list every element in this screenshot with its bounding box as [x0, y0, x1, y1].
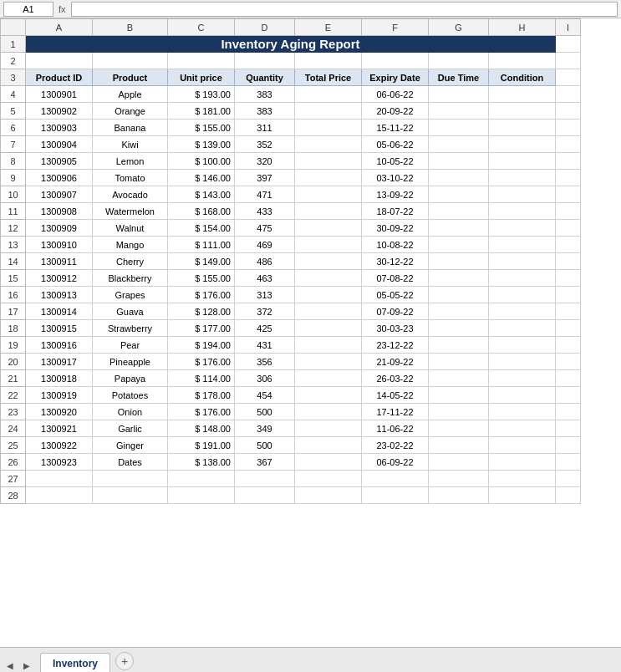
cell-total-price-24[interactable] [295, 420, 362, 437]
cell-unit-price-22[interactable]: $ 178.00 [168, 387, 235, 404]
cell-quantity-23[interactable]: 500 [235, 404, 295, 420]
cell-product-id-21[interactable]: 1300918 [26, 370, 93, 387]
cell-product-id-10[interactable]: 1300907 [26, 186, 93, 203]
col-header-C[interactable]: C [168, 19, 235, 36]
cell-quantity-22[interactable]: 454 [235, 387, 295, 404]
cell-expiry-date-12[interactable]: 30-09-22 [362, 220, 429, 237]
cell-product-id-4[interactable]: 1300901 [26, 86, 93, 103]
cell-total-price-7[interactable] [295, 136, 362, 153]
cell-condition-5[interactable] [489, 103, 556, 120]
cell-quantity-15[interactable]: 463 [235, 270, 295, 287]
cell-product-26[interactable]: Dates [93, 454, 168, 471]
cell-product-7[interactable]: Kiwi [93, 136, 168, 153]
cell-expiry-date-26[interactable]: 06-09-22 [362, 454, 429, 471]
cell-I-4[interactable] [556, 86, 581, 103]
cell-quantity-19[interactable]: 431 [235, 337, 295, 354]
cell-condition-17[interactable] [489, 303, 556, 320]
cell-product-id-11[interactable]: 1300908 [26, 203, 93, 220]
cell-I-11[interactable] [556, 203, 581, 220]
cell-product-24[interactable]: Garlic [93, 420, 168, 437]
cell-expiry-date-21[interactable]: 26-03-22 [362, 370, 429, 387]
cell-I-15[interactable] [556, 270, 581, 287]
cell-quantity-13[interactable]: 469 [235, 237, 295, 253]
cell-expiry-date-9[interactable]: 03-10-22 [362, 170, 429, 186]
cell-expiry-date-16[interactable]: 05-05-22 [362, 287, 429, 303]
cell-unit-price-9[interactable]: $ 146.00 [168, 170, 235, 186]
cell-expiry-date-23[interactable]: 17-11-22 [362, 404, 429, 420]
cell-expiry-date-5[interactable]: 20-09-22 [362, 103, 429, 120]
cell-expiry-date-14[interactable]: 30-12-22 [362, 253, 429, 270]
grid-wrapper[interactable]: A B C D E F G H I 1 Inventor [0, 18, 621, 647]
cell-unit-price-12[interactable]: $ 154.00 [168, 220, 235, 237]
cell-I1[interactable] [556, 36, 581, 53]
cell-quantity-17[interactable]: 372 [235, 303, 295, 320]
tab-nav-right[interactable]: ▶ [20, 659, 33, 672]
cell-total-price-22[interactable] [295, 387, 362, 404]
cell-unit-price-14[interactable]: $ 149.00 [168, 253, 235, 270]
cell-expiry-date-17[interactable]: 07-09-22 [362, 303, 429, 320]
cell-product-9[interactable]: Tomato [93, 170, 168, 186]
cell-I-8[interactable] [556, 153, 581, 170]
cell-I-16[interactable] [556, 287, 581, 303]
cell-due-time-10[interactable] [429, 186, 489, 203]
cell-condition-21[interactable] [489, 370, 556, 387]
col-header-D[interactable]: D [235, 19, 295, 36]
cell-total-price-8[interactable] [295, 153, 362, 170]
cell-I-6[interactable] [556, 120, 581, 136]
cell-quantity-9[interactable]: 397 [235, 170, 295, 186]
cell-condition-26[interactable] [489, 454, 556, 471]
cell-I-24[interactable] [556, 420, 581, 437]
cell-product-id-23[interactable]: 1300920 [26, 404, 93, 420]
cell-unit-price-26[interactable]: $ 138.00 [168, 454, 235, 471]
cell-unit-price-7[interactable]: $ 139.00 [168, 136, 235, 153]
cell-quantity-12[interactable]: 475 [235, 220, 295, 237]
cell-product-22[interactable]: Potatoes [93, 387, 168, 404]
cell-condition-8[interactable] [489, 153, 556, 170]
cell-due-time-13[interactable] [429, 237, 489, 253]
cell-total-price-21[interactable] [295, 370, 362, 387]
cell-quantity-16[interactable]: 313 [235, 287, 295, 303]
cell-quantity-24[interactable]: 349 [235, 420, 295, 437]
cell-quantity-20[interactable]: 356 [235, 354, 295, 370]
cell-I-23[interactable] [556, 404, 581, 420]
cell-product-17[interactable]: Guava [93, 303, 168, 320]
cell-total-price-4[interactable] [295, 86, 362, 103]
sheet-tab-inventory[interactable]: Inventory [40, 653, 110, 672]
cell-unit-price-17[interactable]: $ 128.00 [168, 303, 235, 320]
cell-expiry-date-15[interactable]: 07-08-22 [362, 270, 429, 287]
cell-product-21[interactable]: Papaya [93, 370, 168, 387]
cell-quantity-21[interactable]: 306 [235, 370, 295, 387]
col-header-F[interactable]: F [362, 19, 429, 36]
cell-I-13[interactable] [556, 237, 581, 253]
cell-I-7[interactable] [556, 136, 581, 153]
col-header-I[interactable]: I [556, 19, 581, 36]
cell-I-19[interactable] [556, 337, 581, 354]
cell-condition-7[interactable] [489, 136, 556, 153]
cell-quantity-18[interactable]: 425 [235, 320, 295, 337]
cell-product-id-9[interactable]: 1300906 [26, 170, 93, 186]
cell-expiry-date-10[interactable]: 13-09-22 [362, 186, 429, 203]
cell-product-id-17[interactable]: 1300914 [26, 303, 93, 320]
cell-I-21[interactable] [556, 370, 581, 387]
cell-unit-price-13[interactable]: $ 111.00 [168, 237, 235, 253]
col-header-A[interactable]: A [26, 19, 93, 36]
cell-product-id-5[interactable]: 1300902 [26, 103, 93, 120]
cell-product-id-18[interactable]: 1300915 [26, 320, 93, 337]
cell-I-25[interactable] [556, 437, 581, 454]
cell-total-price-18[interactable] [295, 320, 362, 337]
cell-product-id-19[interactable]: 1300916 [26, 337, 93, 354]
cell-product-10[interactable]: Avocado [93, 186, 168, 203]
cell-unit-price-4[interactable]: $ 193.00 [168, 86, 235, 103]
cell-unit-price-5[interactable]: $ 181.00 [168, 103, 235, 120]
cell-total-price-14[interactable] [295, 253, 362, 270]
cell-unit-price-19[interactable]: $ 194.00 [168, 337, 235, 354]
cell-due-time-20[interactable] [429, 354, 489, 370]
cell-I-26[interactable] [556, 454, 581, 471]
cell-quantity-5[interactable]: 383 [235, 103, 295, 120]
cell-I-5[interactable] [556, 103, 581, 120]
cell-expiry-date-18[interactable]: 30-03-23 [362, 320, 429, 337]
cell-product-id-24[interactable]: 1300921 [26, 420, 93, 437]
cell-due-time-4[interactable] [429, 86, 489, 103]
cell-expiry-date-19[interactable]: 23-12-22 [362, 337, 429, 354]
cell-expiry-date-8[interactable]: 10-05-22 [362, 153, 429, 170]
